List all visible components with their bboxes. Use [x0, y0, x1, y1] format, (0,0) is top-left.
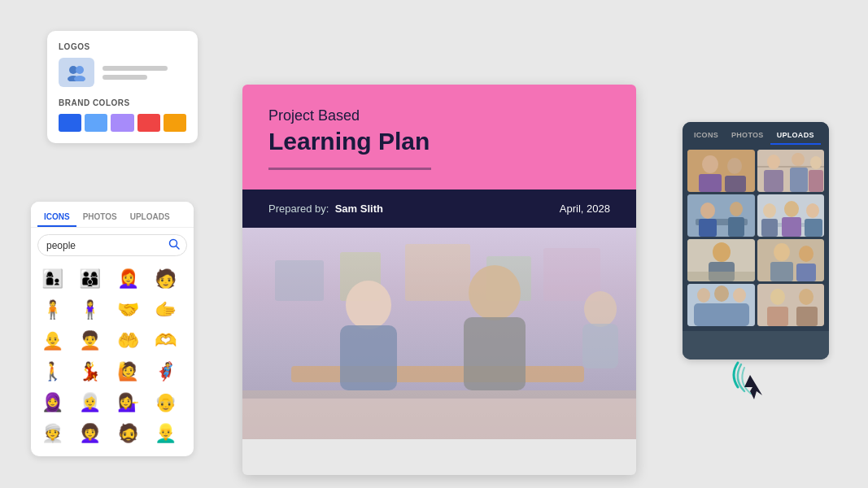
icon-cell-6[interactable]: 🤝: [113, 295, 142, 325]
classroom-svg: [242, 228, 636, 439]
prepared-label: Prepared by:: [268, 203, 329, 215]
icon-cell-23[interactable]: 👱‍♂️: [151, 419, 181, 448]
search-button[interactable]: [168, 238, 180, 252]
icon-cell-13[interactable]: 💃: [76, 357, 105, 386]
svg-rect-38: [728, 217, 744, 237]
color-swatch-3[interactable]: [111, 114, 133, 132]
svg-point-27: [767, 155, 780, 169]
icon-cell-15[interactable]: 🦸: [151, 357, 181, 386]
cursor-sparkle-svg: [722, 346, 779, 403]
photo-3[interactable]: [687, 194, 755, 237]
cursor-arrow-icon: [744, 375, 762, 399]
icon-cell-2[interactable]: 👩‍🦰: [113, 264, 142, 294]
doc-image: [242, 228, 636, 439]
photos-panel-tabs: ICONS PHOTOS UPLOADS: [683, 122, 829, 145]
svg-point-54: [799, 246, 813, 262]
svg-rect-50: [687, 272, 755, 281]
svg-rect-65: [796, 307, 818, 326]
icon-cell-17[interactable]: 👩‍🦳: [76, 388, 105, 417]
icon-cell-20[interactable]: 👳: [37, 419, 67, 448]
svg-rect-63: [767, 307, 788, 326]
icon-cell-7[interactable]: 🫱: [151, 295, 181, 325]
photos-panel: ICONS PHOTOS UPLOADS: [683, 122, 829, 359]
svg-rect-10: [405, 244, 470, 301]
svg-point-57: [697, 288, 710, 303]
icon-cell-0[interactable]: 👩‍👦: [37, 264, 67, 294]
svg-point-29: [792, 153, 805, 166]
tab-uploads[interactable]: UPLOADS: [124, 208, 177, 227]
icon-cell-12[interactable]: 🚶: [37, 357, 67, 386]
tab-uploads-right[interactable]: UPLOADS: [770, 127, 821, 145]
logo-placeholder: [59, 58, 186, 87]
tab-photos[interactable]: PHOTOS: [76, 208, 124, 227]
icon-cell-4[interactable]: 🧍: [37, 295, 67, 325]
tab-icons[interactable]: ICONS: [37, 208, 76, 227]
color-swatch-5[interactable]: [164, 114, 186, 132]
photo-5-img: [687, 239, 755, 281]
photo-2[interactable]: [757, 150, 825, 192]
tab-photos-right[interactable]: PHOTOS: [725, 127, 770, 145]
icons-grid: 👩‍👦 👨‍👩‍👦 👩‍🦰 🧑 🧍 🧍‍♀️ 🤝 🫱 🧑‍🦲 🧑‍🦱 🤲 🫶 🚶…: [31, 261, 194, 456]
icon-cell-1[interactable]: 👨‍👩‍👦: [76, 264, 105, 294]
photo-2-img: [757, 150, 825, 192]
document: Project Based Learning Plan Prepared by:…: [242, 85, 636, 475]
doc-divider: [268, 168, 431, 170]
svg-rect-60: [694, 303, 749, 326]
svg-rect-30: [790, 168, 808, 192]
icon-cell-14[interactable]: 🙋: [113, 357, 142, 386]
photo-3-img: [687, 194, 755, 237]
svg-rect-18: [582, 324, 618, 368]
icon-cell-5[interactable]: 🧍‍♀️: [76, 295, 105, 325]
color-swatch-2[interactable]: [85, 114, 107, 132]
cursor-area: [722, 346, 779, 407]
classroom-scene: [242, 228, 636, 439]
photo-1[interactable]: [687, 150, 755, 192]
icon-cell-11[interactable]: 🫶: [151, 326, 181, 355]
doc-subtitle: Project Based: [268, 107, 610, 124]
svg-rect-19: [242, 399, 636, 439]
svg-point-58: [714, 285, 729, 302]
icon-cell-22[interactable]: 🧔: [113, 419, 142, 448]
icon-cell-19[interactable]: 👴: [151, 388, 181, 417]
icon-cell-3[interactable]: 🧑: [151, 264, 181, 294]
svg-rect-46: [805, 219, 822, 237]
svg-line-5: [177, 246, 180, 250]
photo-1-img: [687, 150, 755, 192]
svg-point-37: [730, 202, 743, 216]
color-swatch-1[interactable]: [59, 114, 81, 132]
doc-date: April, 2028: [560, 203, 610, 215]
svg-point-23: [727, 158, 742, 174]
search-bar[interactable]: [37, 234, 187, 256]
svg-rect-42: [761, 219, 778, 237]
photo-8[interactable]: [757, 284, 825, 326]
svg-rect-36: [699, 219, 717, 237]
svg-rect-33: [687, 194, 755, 237]
icon-cell-21[interactable]: 👩‍🦱: [76, 419, 105, 448]
photo-4[interactable]: [757, 194, 825, 237]
color-swatch-4[interactable]: [137, 114, 160, 132]
icon-cell-9[interactable]: 🧑‍🦱: [76, 326, 105, 355]
photo-7-img: [687, 284, 755, 326]
photo-8-img: [757, 284, 825, 326]
doc-meta: Prepared by: Sam Slith April, 2028: [242, 190, 636, 228]
logos-label: LOGOS: [59, 42, 186, 51]
icon-cell-8[interactable]: 🧑‍🦲: [37, 326, 67, 355]
svg-rect-44: [782, 217, 801, 237]
photo-5[interactable]: [687, 239, 755, 281]
svg-point-62: [770, 289, 785, 305]
doc-prepared: Prepared by: Sam Slith: [268, 203, 383, 215]
logos-panel: LOGOS BRAND COLORS: [47, 31, 198, 143]
svg-rect-22: [699, 174, 722, 192]
search-input[interactable]: [46, 240, 168, 251]
logo-line-2: [103, 75, 147, 80]
photo-6[interactable]: [757, 239, 825, 281]
icon-cell-10[interactable]: 🤲: [113, 326, 142, 355]
icon-cell-18[interactable]: 💁‍♀️: [113, 388, 142, 417]
photo-7[interactable]: [687, 284, 755, 326]
tab-icons-right[interactable]: ICONS: [687, 127, 725, 145]
icon-cell-16[interactable]: 🧕: [37, 388, 67, 417]
svg-rect-16: [464, 317, 526, 390]
icons-panel-tabs: ICONS PHOTOS UPLOADS: [31, 202, 194, 228]
photo-4-img: [757, 194, 825, 237]
svg-point-21: [702, 155, 718, 173]
